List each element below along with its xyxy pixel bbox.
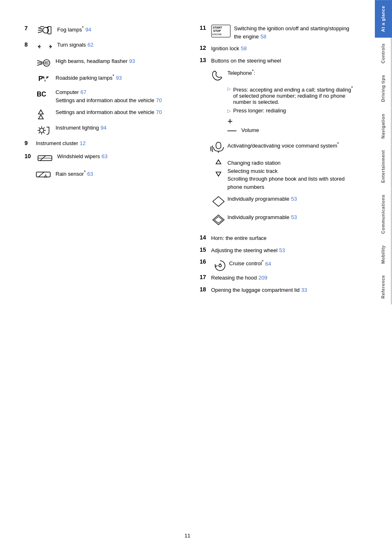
svg-point-22 xyxy=(40,128,44,132)
item-14-text: Horn: the entire surface xyxy=(211,234,354,242)
item-12-number: 12 xyxy=(200,45,209,51)
item-13-text: Buttons on the steering wheel xyxy=(211,57,354,65)
svg-line-29 xyxy=(43,128,45,129)
prog1-page[interactable]: 53 xyxy=(291,196,297,202)
sidebar-tab-reference[interactable]: Reference xyxy=(375,269,392,304)
item-15-number: 15 xyxy=(200,246,209,253)
telephone-header: Telephone*: xyxy=(209,69,354,83)
prog2-page[interactable]: 53 xyxy=(291,214,297,220)
entry-18: 18 Opening the luggage compartment lid33 xyxy=(200,286,354,294)
item-8-text: Turn signals62 xyxy=(57,41,179,49)
item-9-text: Instrument cluster12 xyxy=(36,139,179,148)
sidebar-tab-driving-tips[interactable]: Driving tips xyxy=(375,69,392,108)
sidebar-tab-at-a-glance[interactable]: At a glance xyxy=(375,0,392,38)
sidebar-tab-entertainment[interactable]: Entertainment xyxy=(375,144,392,188)
entry-10: 10 Windshield wipers63 xyxy=(24,152,179,164)
parking-lamp-icon: P ≡ xyxy=(34,73,52,84)
svg-text:BC: BC xyxy=(37,91,47,98)
svg-marker-20 xyxy=(38,110,43,114)
svg-line-27 xyxy=(39,128,40,129)
svg-line-30 xyxy=(39,132,40,133)
item-11-number: 11 xyxy=(200,25,209,31)
start-stop-icon: START STOP ENGINE xyxy=(211,25,231,38)
bullet-triangle-1: ▷ xyxy=(227,86,231,92)
right-column: 11 START STOP ENGINE Switching the ignit… xyxy=(196,25,354,298)
entry-high-beam: High beams, headlamp flasher93 xyxy=(34,57,179,69)
item-9-page[interactable]: 12 xyxy=(80,140,85,146)
svg-line-11 xyxy=(37,64,42,65)
item-16-text: Cruise control*64 xyxy=(229,258,354,268)
page-container: 7 xyxy=(0,0,392,555)
instrument-light-icon xyxy=(34,124,52,135)
sidebar-tab-mobility[interactable]: Mobility xyxy=(375,239,392,270)
item-7-text: Fog lamps*94 xyxy=(57,25,179,34)
item-7-number: 7 xyxy=(24,25,34,31)
rain-sensor-page[interactable]: 63 xyxy=(87,171,93,177)
item-16-page[interactable]: 64 xyxy=(265,261,271,267)
svg-line-28 xyxy=(43,132,45,133)
phone-icon xyxy=(209,69,227,83)
entry-14: 14 Horn: the entire surface xyxy=(200,234,354,242)
entry-9: 9 Instrument cluster12 xyxy=(24,139,179,148)
item-11-text: Switching the ignition on/off and starti… xyxy=(234,25,354,40)
high-beam-page[interactable]: 93 xyxy=(129,58,135,64)
bc-icon: BC xyxy=(34,88,52,100)
telephone-longer-text: Press longer: redialing xyxy=(233,107,286,114)
item-18-page[interactable]: 33 xyxy=(301,287,307,293)
radio-station-text: Changing radio station Selecting music t… xyxy=(227,159,354,191)
diamond2-icon xyxy=(209,213,227,228)
svg-line-1 xyxy=(38,28,42,29)
item-7-page[interactable]: 94 xyxy=(85,27,91,33)
high-beam-icon xyxy=(34,57,52,69)
entry-7: 7 xyxy=(24,25,179,36)
voice-command-icon xyxy=(209,141,227,155)
volume-plus-icon: + xyxy=(227,117,233,126)
telephone-press-item: ▷ Press: accepting and ending a call; st… xyxy=(227,85,354,105)
volume-minus-row: — Volume xyxy=(227,126,354,135)
rain-sensor-icon: A xyxy=(34,169,52,180)
svg-text:STOP: STOP xyxy=(213,29,221,32)
sidebar-tab-communications[interactable]: Communications xyxy=(375,189,392,239)
prog2-text: Individually programmable53 xyxy=(227,213,354,222)
computer-subpage[interactable]: 70 xyxy=(156,97,162,103)
instrument-lighting-page[interactable]: 94 xyxy=(100,125,106,131)
item-15-page[interactable]: 53 xyxy=(279,247,285,253)
prog2-entry: Individually programmable53 xyxy=(209,213,354,228)
svg-marker-44 xyxy=(216,172,221,176)
entry-13: 13 Buttons on the steering wheel xyxy=(200,57,354,65)
entry-11: 11 START STOP ENGINE Switching the ignit… xyxy=(200,25,354,40)
main-content: 7 xyxy=(0,0,375,555)
volume-plus-row: + xyxy=(227,117,354,126)
item-15-text: Adjusting the steering wheel53 xyxy=(211,246,354,255)
item-10-number: 10 xyxy=(24,153,34,159)
item-17-page[interactable]: 209 xyxy=(258,275,267,281)
item-12-text: Ignition lock58 xyxy=(211,45,354,53)
svg-marker-43 xyxy=(216,160,221,164)
bullet-triangle-2: ▷ xyxy=(227,108,231,114)
svg-text:ENGINE: ENGINE xyxy=(212,33,222,36)
svg-text:≡: ≡ xyxy=(44,79,46,83)
settings-triangle-page[interactable]: 70 xyxy=(156,109,162,115)
item-10-page[interactable]: 63 xyxy=(102,153,107,159)
parking-lamps-page[interactable]: 93 xyxy=(116,75,122,81)
item-8-page[interactable]: 62 xyxy=(87,42,93,48)
svg-point-48 xyxy=(219,264,221,267)
sidebar-tab-controls[interactable]: Controls xyxy=(375,38,392,69)
item-16-number: 16 xyxy=(200,258,209,265)
instrument-lighting-text: Instrument lighting94 xyxy=(56,124,179,132)
entry-15: 15 Adjusting the steering wheel53 xyxy=(200,246,354,255)
sidebar-tab-navigation[interactable]: Navigation xyxy=(375,108,392,144)
svg-line-35 xyxy=(38,172,44,177)
item-11-page[interactable]: 58 xyxy=(261,34,266,40)
svg-line-9 xyxy=(37,60,42,62)
entry-8: 8 Turn signals62 xyxy=(24,41,179,52)
entry-parking-lamps: P ≡ Roadside parking lamps*93 xyxy=(34,73,179,84)
entry-instrument-lighting: Instrument lighting94 xyxy=(34,124,179,135)
item-12-page[interactable]: 58 xyxy=(241,45,247,51)
item-17-text: Releasing the hood209 xyxy=(211,274,354,282)
telephone-press-text: Press: accepting and ending a call; star… xyxy=(233,85,354,105)
entry-12: 12 Ignition lock58 xyxy=(200,45,354,53)
computer-page[interactable]: 67 xyxy=(80,89,86,95)
voice-command-entry: Activating/deactivating voice command sy… xyxy=(209,141,354,155)
volume-minus-icon: — xyxy=(227,126,236,135)
